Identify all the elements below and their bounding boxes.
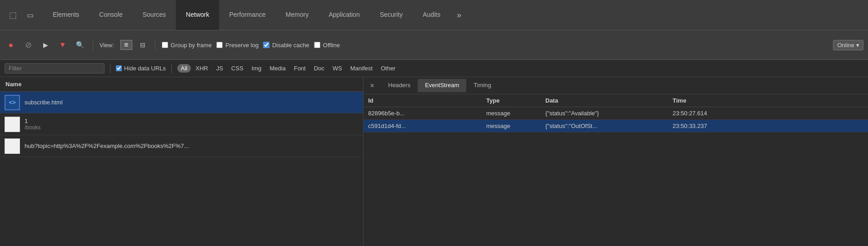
- filter-type-font[interactable]: Font: [290, 64, 309, 73]
- filter-bar: Hide data URLs AllXHRJSCSSImgMediaFontDo…: [0, 60, 868, 77]
- online-dropdown-label: Online: [837, 42, 854, 49]
- name-column-header: Name: [0, 77, 363, 92]
- filter-type-img[interactable]: Img: [248, 64, 265, 73]
- left-panel: Name <>subscribe.html1/bookshub?topic=ht…: [0, 77, 364, 246]
- event-table: Id Type Data Time 82896b5e-b...message{"…: [364, 94, 868, 246]
- row-icon-subscribe-row: <>: [5, 95, 20, 110]
- time-column-header: Time: [673, 97, 863, 104]
- hub-row[interactable]: hub?topic=http%3A%2F%2Fexample.com%2Fboo…: [0, 135, 363, 157]
- main-area: Name <>subscribe.html1/bookshub?topic=ht…: [0, 77, 868, 246]
- view-label: View:: [100, 42, 114, 49]
- hide-data-urls-input[interactable]: [116, 65, 122, 71]
- hide-data-urls-label: Hide data URLs: [124, 65, 166, 72]
- right-tab-timing[interactable]: Timing: [466, 79, 499, 92]
- id-column-header: Id: [368, 97, 486, 104]
- preserve-log-label: Preserve log: [225, 42, 259, 49]
- nav-tab-sources[interactable]: Sources: [133, 0, 176, 30]
- nav-tab-performance[interactable]: Performance: [219, 0, 275, 30]
- row-text-hub-row: hub?topic=http%3A%2F%2Fexample.com%2Fboo…: [25, 143, 189, 149]
- row-icon-hub-row: [5, 138, 20, 154]
- filter-input[interactable]: [5, 63, 105, 74]
- event-cell-data-0: {"status":"Available"}: [545, 110, 673, 117]
- filter-sep-1: [110, 64, 110, 73]
- disable-cache-input[interactable]: [263, 42, 269, 48]
- nav-tab-memory[interactable]: Memory: [276, 0, 319, 30]
- toolbar-sep-2: [155, 39, 155, 50]
- event-table-header: Id Type Data Time: [364, 94, 868, 107]
- list-view-button[interactable]: ≡: [120, 40, 132, 50]
- cursor-icon[interactable]: ⬚: [6, 9, 19, 21]
- type-column-header: Type: [486, 97, 545, 104]
- row-name-books-row: 1: [25, 118, 40, 124]
- event-cell-data-1: {"status":"OutOfSt...: [545, 123, 673, 129]
- preserve-log-checkbox[interactable]: Preserve log: [216, 42, 259, 49]
- toolbar-sep-1: [93, 39, 93, 50]
- books-row[interactable]: 1/books: [0, 113, 363, 135]
- filter-type-js[interactable]: JS: [213, 64, 227, 73]
- offline-input[interactable]: [314, 42, 320, 48]
- filter-type-manifest[interactable]: Manifest: [347, 64, 376, 73]
- event-cell-time-0: 23:50:27.614: [673, 110, 863, 117]
- offline-checkbox[interactable]: Offline: [314, 42, 340, 49]
- nav-tab-elements[interactable]: Elements: [43, 0, 89, 30]
- group-by-frame-label: Group by frame: [171, 42, 212, 49]
- disable-cache-checkbox[interactable]: Disable cache: [263, 42, 309, 49]
- group-by-frame-input[interactable]: [162, 42, 168, 48]
- data-column-header: Data: [545, 97, 673, 104]
- nav-tabs: ElementsConsoleSourcesNetworkPerformance…: [43, 0, 450, 30]
- row-name-hub-row: hub?topic=http%3A%2F%2Fexample.com%2Fboo…: [25, 143, 189, 149]
- filter-type-doc[interactable]: Doc: [310, 64, 328, 73]
- event-cell-type-0: message: [486, 110, 545, 117]
- event-cell-time-1: 23:50:33.237: [673, 123, 863, 129]
- filter-sep-2: [171, 64, 172, 73]
- filter-type-other[interactable]: Other: [377, 64, 399, 73]
- top-nav: ⬚ ▭ ElementsConsoleSourcesNetworkPerform…: [0, 0, 868, 30]
- right-tab-headers[interactable]: Headers: [381, 79, 418, 92]
- search-button[interactable]: 🔍: [74, 39, 86, 51]
- filter-type-xhr[interactable]: XHR: [192, 64, 211, 73]
- hide-data-urls-checkbox[interactable]: Hide data URLs: [116, 65, 166, 72]
- nav-tab-console[interactable]: Console: [89, 0, 132, 30]
- nav-tab-application[interactable]: Application: [319, 0, 370, 30]
- event-cell-id-0: 82896b5e-b...: [368, 110, 486, 117]
- online-dropdown[interactable]: Online ▾: [833, 40, 863, 50]
- right-tab-bar: × HeadersEventStreamTiming: [364, 77, 868, 94]
- row-subtext-books-row: /books: [25, 124, 40, 131]
- video-button[interactable]: ▶: [39, 39, 52, 51]
- toolbar: ● ⊘ ▶ ▼ 🔍 View: ≡ ⊟ Group by frame Prese…: [0, 30, 868, 60]
- nav-icon-area: ⬚ ▭: [0, 0, 43, 30]
- preserve-log-input[interactable]: [216, 42, 223, 48]
- nav-tab-security[interactable]: Security: [370, 0, 413, 30]
- filter-type-css[interactable]: CSS: [228, 64, 247, 73]
- event-row-1[interactable]: c591d1d4-fd...message{"status":"OutOfSt.…: [364, 120, 868, 133]
- filter-types: AllXHRJSCSSImgMediaFontDocWSManifestOthe…: [177, 64, 399, 73]
- right-tab-eventstream[interactable]: EventStream: [418, 79, 466, 92]
- filter-type-media[interactable]: Media: [266, 64, 289, 73]
- row-name-subscribe-row: subscribe.html: [25, 99, 63, 106]
- disable-cache-label: Disable cache: [272, 42, 309, 49]
- right-panel: × HeadersEventStreamTiming Id Type Data …: [364, 77, 868, 246]
- filter-type-all[interactable]: All: [177, 64, 191, 73]
- event-rows: 82896b5e-b...message{"status":"Available…: [364, 107, 868, 133]
- nav-tab-audits[interactable]: Audits: [413, 0, 450, 30]
- nav-tab-network[interactable]: Network: [176, 0, 219, 30]
- row-text-books-row: 1/books: [25, 118, 40, 131]
- filter-button[interactable]: ▼: [56, 39, 69, 51]
- stop-button[interactable]: ⊘: [22, 39, 35, 51]
- group-by-frame-checkbox[interactable]: Group by frame: [162, 42, 212, 49]
- event-row-0[interactable]: 82896b5e-b...message{"status":"Available…: [364, 107, 868, 120]
- tree-view-button[interactable]: ⊟: [137, 40, 149, 50]
- network-rows: <>subscribe.html1/bookshub?topic=http%3A…: [0, 92, 363, 157]
- right-tabs: HeadersEventStreamTiming: [381, 79, 499, 92]
- close-panel-button[interactable]: ×: [366, 80, 378, 92]
- row-text-subscribe-row: subscribe.html: [25, 99, 63, 106]
- subscribe-row[interactable]: <>subscribe.html: [0, 92, 363, 113]
- record-button[interactable]: ●: [5, 39, 17, 51]
- event-cell-type-1: message: [486, 123, 545, 129]
- event-cell-id-1: c591d1d4-fd...: [368, 123, 486, 129]
- row-icon-books-row: [5, 117, 20, 132]
- device-icon[interactable]: ▭: [24, 9, 36, 21]
- dropdown-chevron-icon: ▾: [856, 42, 859, 49]
- filter-type-ws[interactable]: WS: [329, 64, 346, 73]
- more-tabs-button[interactable]: »: [450, 0, 468, 30]
